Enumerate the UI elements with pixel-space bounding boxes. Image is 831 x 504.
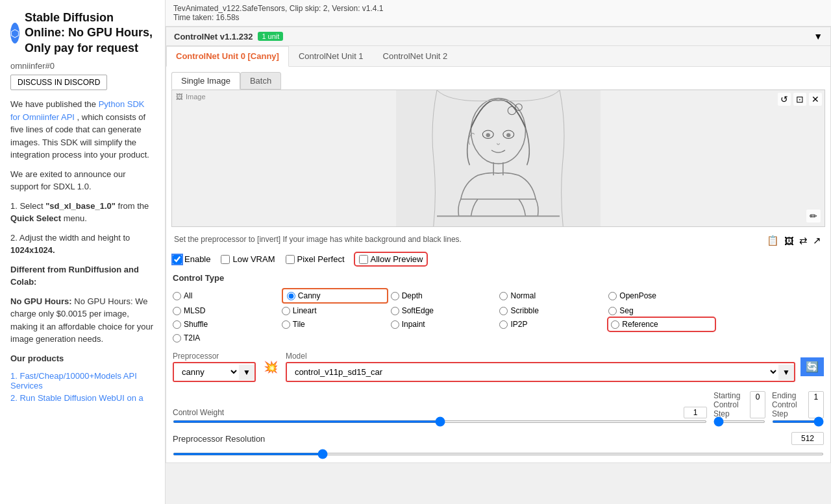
notice-icons: 📋 🖼 ⇄ ↗ (765, 235, 823, 246)
enable-checkbox-item[interactable]: Enable (173, 254, 210, 264)
radio-reference[interactable]: Reference (608, 318, 715, 331)
starting-step-group: Starting Control Step 0 (713, 391, 765, 423)
controlnet-title: ControlNet v1.1.232 (174, 32, 253, 42)
model-select[interactable]: control_v11p_sd15_car (287, 363, 778, 381)
collapse-icon[interactable]: ▼ (813, 31, 823, 42)
radio-softedge[interactable]: SoftEdge (391, 306, 497, 315)
fit-button[interactable]: ⊡ (793, 93, 806, 106)
discord-button[interactable]: DISCUSS IN DISCORD (10, 75, 107, 90)
radio-depth[interactable]: Depth (391, 288, 497, 304)
svg-point-5 (506, 133, 510, 137)
tab-unit2[interactable]: ControlNet Unit 2 (373, 46, 458, 66)
lowvram-checkbox-item[interactable]: Low VRAM (221, 254, 275, 264)
radio-tile[interactable]: Tile (282, 318, 388, 331)
controlnet-header-left: ControlNet v1.1.232 1 unit (174, 32, 283, 42)
image-icon: 🖼 (176, 93, 183, 101)
time-label: Time taken: (173, 13, 214, 22)
image-controls: ↺ ⊡ ✕ (778, 93, 822, 106)
radio-all[interactable]: All (173, 288, 279, 304)
resolution-slider[interactable] (173, 453, 824, 455)
product-link-1[interactable]: 1. Fast/Cheap/10000+Models API Services (10, 371, 137, 390)
radio-seg[interactable]: Seg (608, 306, 715, 315)
svg-rect-0 (396, 90, 601, 226)
control-weight-title: Control Weight (173, 408, 224, 417)
sidebar-intro: We have published the Python SDK for Omn… (10, 98, 155, 162)
preprocessor-select[interactable]: canny (174, 363, 239, 381)
resolution-label: Preprocessor Resolution (173, 434, 265, 444)
preprocessor-refresh-icon[interactable]: 💥 (261, 360, 280, 374)
preprocessor-select-wrapper: canny ▼ (173, 362, 256, 382)
tab-unit0[interactable]: ControlNet Unit 0 [Canny] (166, 46, 289, 67)
radio-normal[interactable]: Normal (499, 288, 606, 304)
no-gpu-text: No GPU Hours: No GPU Hours: We charge on… (10, 295, 155, 346)
image-label: 🖼 Image (176, 93, 206, 101)
model-refresh-button[interactable]: 🔄 (800, 357, 824, 376)
model-select-wrapper: control_v11p_sd15_car ▼ (286, 362, 795, 382)
resolution-slider-row (166, 448, 830, 462)
model-label: Model (286, 352, 795, 361)
radio-lineart[interactable]: Lineart (282, 306, 388, 315)
pencil-button[interactable]: ✏ (806, 210, 821, 222)
pixelperfect-label: Pixel Perfect (297, 254, 345, 264)
image-upload-icon[interactable]: 🖼 (783, 235, 795, 246)
close-button[interactable]: ✕ (809, 93, 822, 106)
lowvram-label: Low VRAM (232, 254, 275, 264)
preprocessor-group: Preprocessor canny ▼ (173, 352, 256, 382)
notice-text: Set the preprocessor to [invert] If your… (166, 232, 830, 250)
ending-step-header: Ending Control Step 1 (772, 391, 824, 418)
tab-single-image[interactable]: Single Image (171, 72, 240, 90)
arrow-icon[interactable]: ↗ (812, 235, 823, 246)
intro-text: We have published the (10, 99, 99, 109)
radio-ip2p[interactable]: IP2P (499, 318, 606, 331)
logo-icon: ⬡ (10, 23, 19, 43)
image-preview (172, 90, 825, 226)
allowpreview-checkbox[interactable] (359, 255, 368, 264)
copy-icon[interactable]: 📋 (765, 235, 780, 246)
allowpreview-checkbox-item[interactable]: Allow Preview (355, 253, 427, 265)
sidebar-title: Stable Diffusion Online: No GPU Hours, O… (25, 10, 155, 56)
radio-inpaint[interactable]: Inpaint (391, 318, 497, 331)
pm-row: Preprocessor canny ▼ 💥 Model control_v11… (166, 348, 830, 387)
sliders-row: Control Weight 1 Starting Control Step 0… (166, 387, 830, 428)
ending-step-value: 1 (808, 391, 824, 418)
tab-unit1[interactable]: ControlNet Unit 1 (289, 46, 373, 66)
radio-mlsd[interactable]: MLSD (173, 306, 279, 315)
top-info: TevAnimated_v122.SafeTensors, Clip skip:… (166, 0, 831, 27)
options-row: Enable Low VRAM Pixel Perfect Allow Prev… (166, 250, 830, 270)
radio-t2ia[interactable]: T2IA (173, 333, 279, 342)
model-group: Model control_v11p_sd15_car ▼ (286, 352, 795, 382)
lowvram-checkbox[interactable] (221, 255, 230, 264)
empty-cell3 (717, 318, 824, 331)
control-weight-slider[interactable] (173, 420, 707, 423)
tab-batch[interactable]: Batch (240, 72, 281, 90)
top-info-text: TevAnimated_v122.SafeTensors, Clip skip:… (173, 4, 384, 13)
enable-checkbox[interactable] (173, 255, 182, 264)
resolution-value: 512 (791, 432, 824, 445)
radio-canny[interactable]: Canny (282, 288, 388, 304)
model-arrow[interactable]: ▼ (778, 365, 794, 380)
ending-step-slider[interactable] (772, 420, 824, 423)
products-heading: Our products (10, 352, 155, 365)
radio-shuffle[interactable]: Shuffle (173, 318, 279, 331)
sidebar-logo: ⬡ Stable Diffusion Online: No GPU Hours,… (10, 10, 155, 56)
image-area[interactable]: 🖼 Image ↺ ⊡ ✕ (171, 90, 825, 227)
starting-step-slider[interactable] (713, 420, 765, 423)
starting-step-header: Starting Control Step 0 (713, 391, 765, 418)
username: omniinfer#0 (10, 61, 155, 71)
ending-step-title: Ending Control Step (772, 391, 808, 418)
radio-openpose[interactable]: OpenPose (608, 288, 715, 304)
svg-point-4 (486, 133, 490, 137)
refresh-icon[interactable]: ⇄ (798, 235, 809, 246)
list-item: 1. Fast/Cheap/10000+Models API Services (10, 371, 155, 390)
pixelperfect-checkbox[interactable] (286, 255, 295, 264)
main-content: TevAnimated_v122.SafeTensors, Clip skip:… (166, 0, 831, 504)
control-type-label: Control Type (166, 270, 830, 285)
radio-scribble[interactable]: Scribble (499, 306, 606, 315)
inner-tabs: Single Image Batch (166, 67, 830, 90)
preprocessor-arrow[interactable]: ▼ (239, 365, 254, 380)
reset-button[interactable]: ↺ (778, 93, 791, 106)
announce-text: We are exited to announce our support fo… (10, 168, 155, 193)
time-value: 16.58s (216, 13, 240, 22)
product-link-2[interactable]: 2. Run Stable Diffusion WebUI on a (10, 393, 143, 403)
pixelperfect-checkbox-item[interactable]: Pixel Perfect (286, 254, 345, 264)
